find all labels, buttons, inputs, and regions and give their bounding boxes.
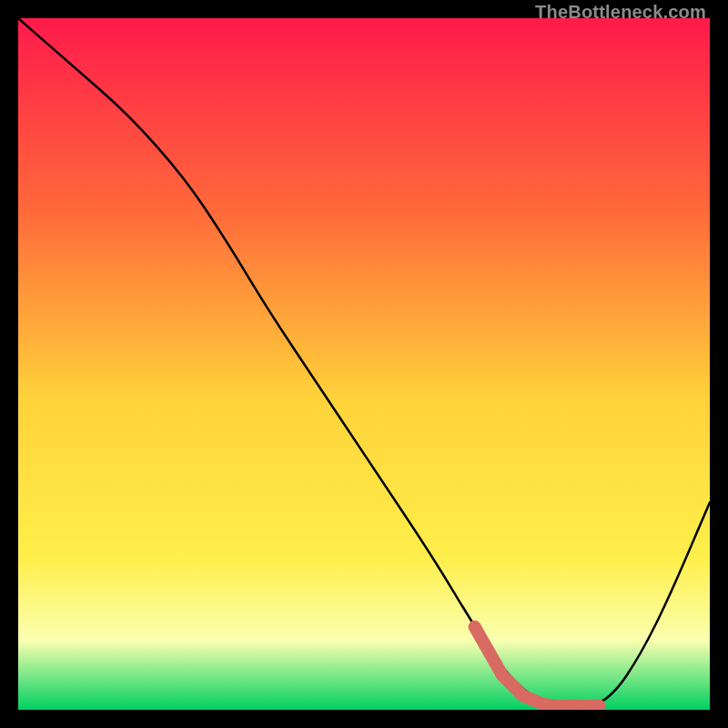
watermark-text: TheBottleneck.com bbox=[535, 2, 706, 23]
gradient-background bbox=[18, 18, 710, 710]
chart-frame bbox=[18, 18, 710, 710]
optimal-range-dot bbox=[594, 701, 603, 710]
chart-plot bbox=[18, 18, 710, 710]
